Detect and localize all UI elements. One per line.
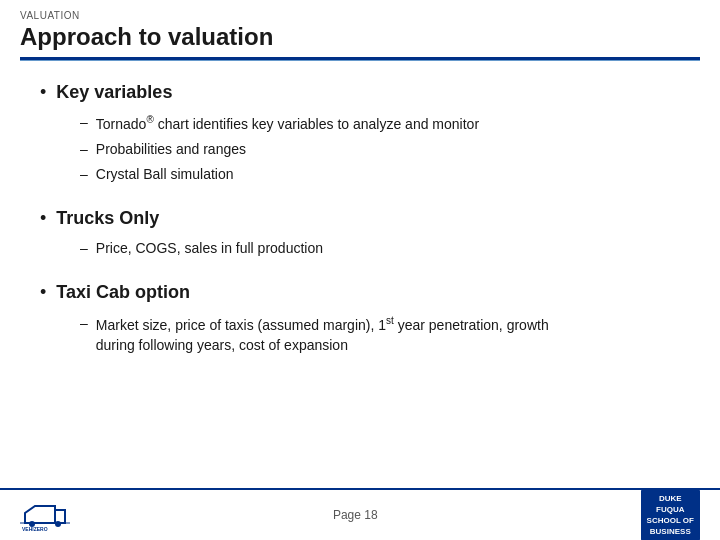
probabilities-text: Probabilities and ranges [96, 139, 246, 160]
company-logo: VEHIZERO [20, 498, 70, 533]
price-text: Price, COGS, sales in full production [96, 238, 323, 259]
dash-4: – [80, 238, 88, 259]
sub-item-crystal-ball: – Crystal Ball simulation [80, 164, 680, 185]
registered-mark: ® [146, 114, 153, 125]
taxi-cab-subitems: – Market size, price of taxis (assumed m… [40, 313, 680, 357]
trucks-only-header: • Trucks Only [40, 207, 680, 230]
trucks-only-section: • Trucks Only – Price, COGS, sales in fu… [40, 207, 680, 259]
svg-marker-0 [25, 506, 55, 523]
sub-item-probabilities: – Probabilities and ranges [80, 139, 680, 160]
tornado-text: Tornado® chart identifies key variables … [96, 112, 479, 135]
sub-item-tornado: – Tornado® chart identifies key variable… [80, 112, 680, 135]
duke-school: FUQUA [647, 504, 694, 515]
duke-school-of: SCHOOL OF [647, 515, 694, 526]
superscript-st: st [386, 315, 394, 326]
duke-name: DUKE [647, 493, 694, 504]
market-text: Market size, price of taxis (assumed mar… [96, 313, 549, 357]
key-variables-subitems: – Tornado® chart identifies key variable… [40, 112, 680, 185]
main-content: • Key variables – Tornado® chart identif… [0, 61, 720, 398]
key-variables-header: • Key variables [40, 81, 680, 104]
section-label: VALUATION [20, 10, 700, 21]
bullet-dot-3: • [40, 281, 46, 304]
taxi-cab-section: • Taxi Cab option – Market size, price o… [40, 281, 680, 356]
dash-1: – [80, 112, 88, 133]
duke-logo: DUKE FUQUA SCHOOL OF BUSINESS [641, 489, 700, 540]
trucks-only-label: Trucks Only [56, 207, 159, 230]
svg-rect-1 [55, 510, 65, 523]
page-number: Page 18 [333, 508, 378, 522]
dash-2: – [80, 139, 88, 160]
page-header: VALUATION Approach to valuation [0, 0, 720, 61]
key-variables-section: • Key variables – Tornado® chart identif… [40, 81, 680, 185]
page-title: Approach to valuation [20, 23, 700, 57]
trucks-only-subitems: – Price, COGS, sales in full production [40, 238, 680, 259]
page-number-text: Page 18 [333, 508, 378, 522]
taxi-cab-header: • Taxi Cab option [40, 281, 680, 304]
dash-3: – [80, 164, 88, 185]
dash-5: – [80, 313, 88, 334]
sub-item-price: – Price, COGS, sales in full production [80, 238, 680, 259]
vehizero-logo-icon: VEHIZERO [20, 498, 70, 533]
svg-text:VEHIZERO: VEHIZERO [22, 526, 48, 532]
bullet-dot-1: • [40, 81, 46, 104]
key-variables-label: Key variables [56, 81, 172, 104]
duke-business: BUSINESS [647, 526, 694, 537]
sub-item-market: – Market size, price of taxis (assumed m… [80, 313, 680, 357]
svg-point-3 [55, 521, 61, 527]
crystal-ball-text: Crystal Ball simulation [96, 164, 234, 185]
bullet-dot-2: • [40, 207, 46, 230]
page-footer: VEHIZERO Page 18 DUKE FUQUA SCHOOL OF BU… [0, 488, 720, 540]
taxi-cab-label: Taxi Cab option [56, 281, 190, 304]
